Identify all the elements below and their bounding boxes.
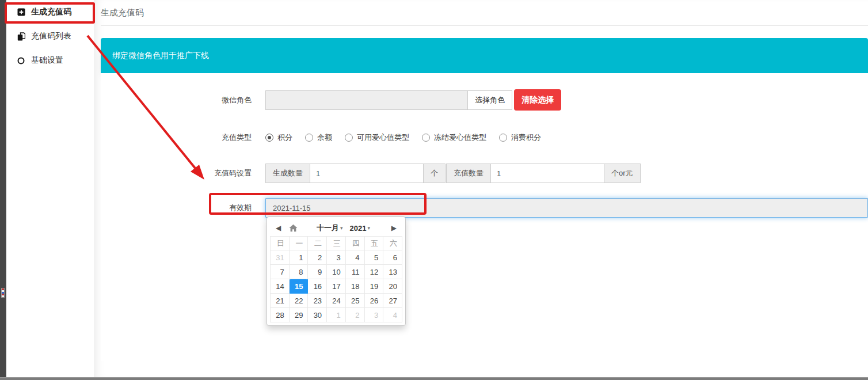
recharge-amount-unit: 个or元 — [604, 164, 641, 183]
radio-label: 可用爱心值类型 — [357, 132, 409, 143]
calendar-table: 日一二三四五六 31123456789101112131415161718192… — [270, 236, 402, 322]
calendar-day[interactable]: 24 — [327, 294, 346, 308]
page-header: 生成充值码 — [94, 0, 868, 26]
sidebar-item-code-list[interactable]: 充值码列表 — [6, 24, 94, 48]
calendar-day[interactable]: 16 — [308, 279, 327, 294]
radio-label: 消费积分 — [511, 132, 541, 143]
calendar-day[interactable]: 28 — [271, 308, 290, 322]
home-icon[interactable] — [289, 224, 298, 232]
next-month-icon[interactable]: ▶ — [389, 224, 399, 232]
calendar-day[interactable]: 15 — [289, 279, 308, 294]
month-label: 十一月 — [317, 223, 339, 233]
calendar-day[interactable]: 13 — [383, 265, 402, 279]
calendar-day[interactable]: 1 — [289, 250, 308, 265]
calendar-day[interactable]: 18 — [345, 279, 364, 294]
calendar-day[interactable]: 23 — [308, 294, 327, 308]
calendar-day[interactable]: 10 — [327, 265, 346, 279]
calendar-day[interactable]: 12 — [364, 265, 383, 279]
window-edge-strip — [0, 0, 6, 380]
calendar-day[interactable]: 14 — [271, 279, 290, 294]
calendar-day[interactable]: 17 — [327, 279, 346, 294]
sidebar-item-generate-code[interactable]: 生成充值码 — [6, 0, 94, 24]
generate-count-unit: 个 — [424, 164, 446, 183]
app-window: 生成充值码 充值码列表 基础设置 生成充值码 绑定微信角色用于推广下线 微信角色 — [0, 0, 868, 380]
sidebar-item-label: 充值码列表 — [31, 31, 71, 41]
year-select[interactable]: 2021▾ — [350, 224, 370, 233]
clear-selection-button[interactable]: 清除选择 — [514, 89, 561, 111]
radio-option[interactable]: 积分 — [265, 132, 292, 143]
caret-down-icon: ▾ — [367, 225, 370, 231]
form-panel: 绑定微信角色用于推广下线 微信角色 选择角色 清除选择 充值类型 积分余额可用爱… — [101, 38, 868, 361]
radio-option[interactable]: 冻结爱心值类型 — [422, 132, 486, 143]
calendar-day[interactable]: 26 — [364, 294, 383, 308]
generate-count-addon: 生成数量 — [265, 164, 310, 183]
calendar-day[interactable]: 5 — [364, 250, 383, 265]
sidebar-item-basic-settings[interactable]: 基础设置 — [6, 48, 94, 73]
calendar-day[interactable]: 22 — [289, 294, 308, 308]
calendar-day-header: 五 — [364, 237, 383, 250]
main-content: 生成充值码 绑定微信角色用于推广下线 微信角色 选择角色 清除选择 充值类型 积… — [94, 0, 868, 377]
calendar-day[interactable]: 4 — [383, 308, 402, 322]
recharge-type-row: 充值类型 积分余额可用爱心值类型冻结爱心值类型消费积分 — [101, 128, 868, 147]
generate-count-input[interactable] — [310, 164, 424, 183]
datepicker-header: ◀ 十一月▾ 2021▾ ▶ — [270, 220, 402, 236]
prev-month-icon[interactable]: ◀ — [273, 224, 283, 232]
calendar-week: 2829301234 — [271, 308, 402, 322]
calendar-day[interactable]: 11 — [345, 265, 364, 279]
calendar-day[interactable]: 1 — [327, 308, 346, 322]
calendar-day[interactable]: 31 — [271, 250, 290, 265]
radio-icon[interactable] — [499, 134, 507, 142]
recharge-amount-group: 充值数量 个or元 — [446, 164, 611, 183]
wechat-role-input[interactable] — [265, 90, 467, 110]
calendar-day[interactable]: 7 — [271, 265, 290, 279]
select-role-button[interactable]: 选择角色 — [467, 90, 512, 110]
radio-icon[interactable] — [345, 134, 353, 142]
calendar-week: 14151617181920 — [271, 279, 402, 294]
calendar-day[interactable]: 2 — [345, 308, 364, 322]
calendar-day[interactable]: 19 — [364, 279, 383, 294]
sidebar-item-label: 生成充值码 — [31, 7, 71, 17]
calendar-day[interactable]: 4 — [345, 250, 364, 265]
radio-label: 积分 — [277, 132, 292, 143]
radio-label: 余额 — [317, 132, 332, 143]
calendar-day[interactable]: 21 — [271, 294, 290, 308]
radio-icon[interactable] — [422, 134, 430, 142]
calendar-day-header: 二 — [308, 237, 327, 250]
month-select[interactable]: 十一月▾ — [317, 223, 343, 233]
calendar-day[interactable]: 6 — [383, 250, 402, 265]
calendar-day[interactable]: 3 — [364, 308, 383, 322]
sidebar-item-label: 基础设置 — [31, 55, 63, 66]
calendar-day[interactable]: 20 — [383, 279, 402, 294]
edge-badge-icon — [1, 288, 5, 298]
radio-icon[interactable] — [305, 134, 313, 142]
calendar-day[interactable]: 9 — [308, 265, 327, 279]
calendar-day[interactable]: 2 — [308, 250, 327, 265]
calendar-day[interactable]: 27 — [383, 294, 402, 308]
radio-option[interactable]: 余额 — [305, 132, 332, 143]
circle-icon — [17, 57, 25, 64]
validity-date-input[interactable] — [265, 198, 868, 218]
caret-down-icon: ▾ — [340, 225, 343, 231]
calendar-day[interactable]: 29 — [289, 308, 308, 322]
datepicker-popup: ◀ 十一月▾ 2021▾ ▶ 日一二三四五六 31123456789101112… — [267, 216, 406, 326]
window-bottom-bar — [0, 377, 868, 380]
calendar-day-header: 四 — [345, 237, 364, 250]
recharge-amount-input[interactable] — [491, 164, 604, 183]
calendar-day[interactable]: 3 — [327, 250, 346, 265]
calendar-body: 3112345678910111213141516171819202122232… — [271, 250, 402, 322]
calendar-day[interactable]: 30 — [308, 308, 327, 322]
calendar-week: 31123456 — [271, 250, 402, 265]
calendar-day-headers: 日一二三四五六 — [271, 237, 402, 250]
page-title: 生成充值码 — [101, 7, 868, 18]
calendar-day-header: 三 — [327, 237, 346, 250]
radio-label: 冻结爱心值类型 — [434, 132, 486, 143]
code-settings-row: 充值码设置 生成数量 个 充值数量 个or元 — [101, 164, 868, 183]
radio-icon[interactable] — [265, 134, 273, 142]
calendar-day[interactable]: 8 — [289, 265, 308, 279]
radio-option[interactable]: 消费积分 — [499, 132, 541, 143]
calendar-day[interactable]: 25 — [345, 294, 364, 308]
radio-option[interactable]: 可用爱心值类型 — [345, 132, 409, 143]
year-label: 2021 — [350, 224, 367, 233]
sidebar: 生成充值码 充值码列表 基础设置 — [6, 0, 94, 377]
panel-body: 微信角色 选择角色 清除选择 充值类型 积分余额可用爱心值类型冻结爱心值类型消费… — [101, 73, 868, 361]
